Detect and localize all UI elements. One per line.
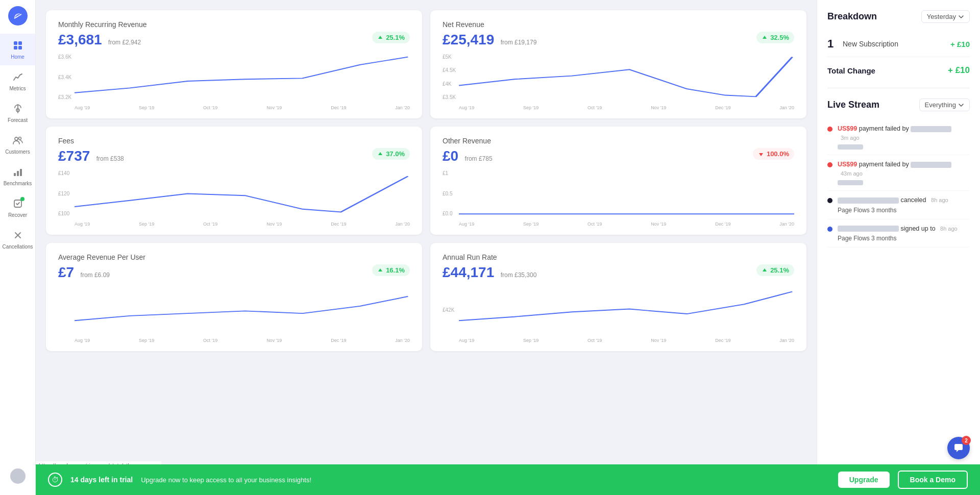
sidebar-benchmarks-label: Benchmarks	[4, 181, 32, 187]
stream-item-3: canceled 8h ago Page Flows 3 months	[827, 191, 970, 219]
fees-from: from £538	[96, 155, 124, 162]
stream-text-2: US$99 payment failed by 43m ago	[838, 160, 970, 178]
banner-days: 14 days left in trial	[70, 476, 133, 484]
recover-icon	[11, 197, 24, 210]
stream-sub-3: Page Flows 3 months	[838, 207, 970, 214]
stream-time-4: 8h ago	[940, 226, 958, 232]
stream-item-1: US$99 payment failed by 3m ago	[827, 119, 970, 155]
sidebar-metrics-label: Metrics	[9, 86, 26, 92]
other-revenue-card: Other Revenue £0 from £785 100.0% £1£0.5…	[430, 127, 806, 235]
breakdown-header: Breakdown Yesterday	[827, 10, 970, 23]
breakdown-dropdown[interactable]: Yesterday	[921, 10, 970, 23]
sidebar-cancellations-label: Cancellations	[2, 244, 33, 250]
stream-blurred-name-3	[838, 197, 899, 204]
arpu-chart: Aug '19Sep '19Oct '19Nov '19Dec '19Jan '…	[58, 287, 410, 343]
user-avatar[interactable]	[10, 468, 26, 484]
fees-badge: 37.0%	[372, 148, 410, 160]
breakdown-row-1: 1 New Subscription + £10	[827, 31, 970, 57]
stream-time-2: 43m ago	[841, 170, 863, 177]
arr-from: from £35,300	[501, 271, 537, 279]
arpu-card: Average Revenue Per User £7 from £6.09 1…	[46, 243, 422, 351]
home-icon	[11, 39, 24, 52]
app-logo[interactable]	[8, 6, 28, 26]
net-revenue-title: Net Revenue	[443, 20, 794, 29]
stream-blurred-name-4	[838, 226, 899, 232]
arr-value: £44,171	[443, 264, 494, 280]
stream-content-1: US$99 payment failed by 3m ago	[838, 125, 970, 150]
total-change-value: + £10	[948, 65, 970, 76]
recover-notification-dot	[20, 197, 24, 201]
sidebar-recover-label: Recover	[8, 212, 27, 218]
other-revenue-value: £0	[443, 148, 458, 164]
fees-title: Fees	[58, 137, 410, 145]
sidebar-forecast-label: Forecast	[8, 117, 28, 123]
net-revenue-chart: £5K£4.5K£4K£3.5K Aug '19Sep '19Oct '19No…	[443, 54, 794, 110]
metrics-icon	[11, 70, 24, 84]
mrr-from: from £2,942	[108, 39, 141, 46]
other-revenue-badge: 100.0%	[753, 148, 794, 160]
stream-item-4: signed up to 8h ago Page Flows 3 months	[827, 219, 970, 248]
total-change-label: Total Change	[827, 66, 875, 75]
svg-rect-9	[20, 169, 22, 176]
chat-bubble[interactable]: 2	[947, 437, 970, 459]
sidebar-item-forecast[interactable]: Forecast	[0, 97, 35, 129]
net-revenue-value: £25,419	[443, 32, 494, 47]
mrr-value: £3,681	[58, 32, 102, 47]
mrr-badge: 25.1%	[372, 32, 410, 43]
svg-rect-7	[14, 173, 16, 176]
stream-sub-blurred-1	[838, 144, 863, 150]
upgrade-button[interactable]: Upgrade	[838, 472, 890, 488]
stream-item-2: US$99 payment failed by 43m ago	[827, 155, 970, 191]
benchmarks-icon	[11, 165, 24, 179]
live-stream-section: Live Stream Everything US$99 payment fai…	[827, 98, 970, 247]
stream-dot-2	[827, 162, 832, 167]
stream-sub-4: Page Flows 3 months	[838, 235, 970, 242]
book-demo-button[interactable]: Book a Demo	[898, 471, 968, 489]
stream-content-4: signed up to 8h ago Page Flows 3 months	[838, 225, 970, 242]
other-revenue-from: from £785	[465, 155, 493, 162]
arr-chart: £42K Aug '19Sep '19Oct '19Nov '19Dec '19…	[443, 287, 794, 343]
sidebar-item-home[interactable]: Home	[0, 34, 35, 65]
chat-notification-count: 2	[962, 436, 971, 445]
sidebar-item-recover[interactable]: Recover	[0, 192, 35, 224]
arr-card: Annual Run Rate £44,171 from £35,300 25.…	[430, 243, 806, 351]
arpu-from: from £6.09	[81, 271, 110, 279]
sidebar-item-benchmarks[interactable]: Benchmarks	[0, 160, 35, 192]
stream-dot-1	[827, 127, 832, 132]
main-content: Monthly Recurring Revenue £3,681 from £2…	[36, 0, 817, 495]
stream-content-2: US$99 payment failed by 43m ago	[838, 160, 970, 185]
breakdown-value: + £10	[950, 40, 970, 48]
metrics-grid: Monthly Recurring Revenue £3,681 from £2…	[46, 10, 806, 351]
arpu-badge: 16.1%	[372, 264, 410, 276]
total-change-row: Total Change + £10	[827, 57, 970, 88]
svg-rect-0	[14, 41, 17, 45]
banner-message: Upgrade now to keep access to all your b…	[141, 476, 830, 484]
sidebar: Home Metrics Forecast Customers	[0, 0, 36, 495]
sidebar-item-metrics[interactable]: Metrics	[0, 65, 35, 97]
live-stream-dropdown[interactable]: Everything	[919, 98, 970, 111]
live-stream-header: Live Stream Everything	[827, 98, 970, 111]
net-revenue-badge: 32.5%	[756, 32, 794, 43]
stream-text-4: signed up to 8h ago	[838, 225, 970, 234]
sidebar-item-cancellations[interactable]: Cancellations	[0, 224, 35, 255]
svg-point-5	[15, 137, 18, 140]
stream-blurred-name-1	[911, 126, 951, 132]
customers-icon	[11, 134, 24, 147]
breakdown-title: Breakdown	[827, 11, 877, 22]
stream-sub-blurred-2	[838, 180, 863, 185]
arr-title: Annual Run Rate	[443, 253, 794, 261]
sidebar-item-customers[interactable]: Customers	[0, 129, 35, 160]
arpu-value: £7	[58, 264, 74, 280]
net-revenue-from: from £19,179	[501, 39, 537, 46]
svg-point-6	[18, 137, 21, 140]
trial-banner: ⏱ 14 days left in trial Upgrade now to k…	[36, 464, 980, 495]
cancellations-icon	[11, 229, 24, 242]
svg-rect-3	[18, 46, 22, 50]
forecast-icon	[11, 102, 24, 115]
net-revenue-card: Net Revenue £25,419 from £19,179 32.5% £…	[430, 10, 806, 118]
arr-badge: 25.1%	[756, 264, 794, 276]
right-panel: Breakdown Yesterday 1 New Subscription +…	[817, 0, 980, 495]
stream-dot-3	[827, 198, 832, 203]
stream-text-3: canceled 8h ago	[838, 196, 970, 205]
other-revenue-chart: £1£0.5£0.0 Aug '19Sep '19Oct '19Nov '19D…	[443, 170, 794, 227]
